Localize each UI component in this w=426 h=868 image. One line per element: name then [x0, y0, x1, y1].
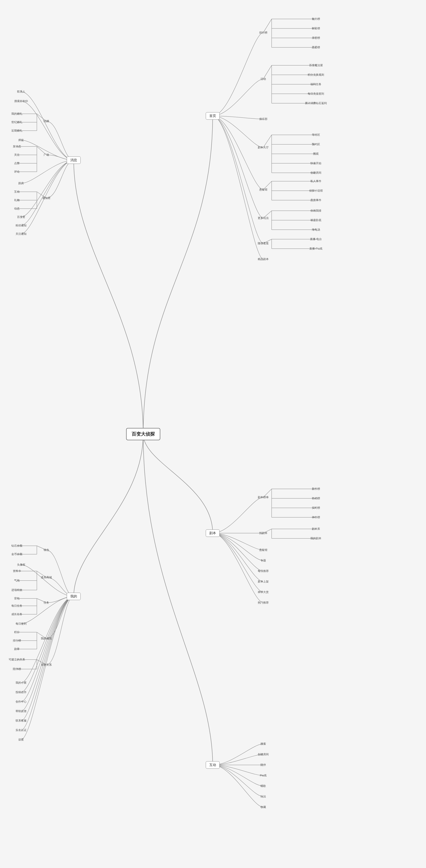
- node-submit-coop: 投稿合作: [15, 690, 27, 694]
- node-club: 俱乐部: [259, 117, 267, 121]
- node-welfare-task: 福利任务: [310, 83, 321, 86]
- node-premium-script: 精品剧本: [258, 257, 269, 261]
- node-follow: 关注: [14, 153, 20, 157]
- node-script-library: 剧本库: [312, 527, 320, 531]
- node-top-review: 神评大赏: [258, 590, 269, 594]
- node-my-achievement: 我的成就: [41, 637, 52, 641]
- main-node-interact: 互动: [206, 762, 220, 769]
- node-realtime-rank: 实时榜: [312, 506, 320, 510]
- node-intimate-rel: 亲密关系: [41, 663, 52, 667]
- node-pia-game: Pia戏: [260, 774, 267, 777]
- node-my-script: 我的剧本: [310, 536, 321, 540]
- node-master-disciple: 师徒: [18, 138, 24, 142]
- node-masterpiece-rank: 神作榜: [312, 516, 320, 519]
- main-node-homepage: 首页: [206, 112, 220, 120]
- main-label-mine: 我的: [70, 594, 77, 598]
- node-medal: 勋章: [14, 647, 20, 651]
- node-watch: 围观: [313, 152, 319, 156]
- node-ranking-mine: 排行榜: [13, 639, 21, 643]
- node-hot-rank: 热销榜: [312, 496, 320, 500]
- center-node: 百变大侦探: [126, 428, 160, 440]
- node-magic-house: 百变魔法屋: [309, 63, 323, 67]
- node-diamond-return: 累计消费钻石返利: [305, 101, 327, 105]
- node-buildable-rel: 可建立的关系: [9, 658, 25, 661]
- node-search-interact: 搜索: [261, 742, 266, 746]
- node-like: 点赞: [14, 161, 20, 165]
- node-gift: 礼物: [14, 198, 20, 202]
- node-turtle-soup: 海龟汤: [312, 228, 320, 231]
- node-gold-balance: 金币余额: [11, 552, 22, 556]
- node-detective-novels: 侦探小说馆: [309, 189, 323, 193]
- node-love: 恩爱榜: [312, 45, 320, 49]
- node-real-name: 实名认证: [15, 728, 27, 732]
- main-node-message: 消息: [67, 157, 80, 164]
- node-hot-recommend: 热门推荐: [258, 601, 269, 604]
- node-dynamic: 动态: [14, 207, 20, 211]
- node-follow-notify: 关注通知: [15, 232, 27, 236]
- node-interaction: 互动: [14, 190, 20, 194]
- node-my-room: 我的小窝: [15, 681, 27, 685]
- node-daily-recommend: 每日推荐: [258, 569, 269, 573]
- node-avatar-frame: 头像框: [17, 563, 25, 567]
- node-collect: 收藏: [261, 805, 266, 809]
- node-ranking: 排行榜: [259, 31, 267, 35]
- node-marriage: 结婚: [43, 119, 49, 123]
- node-create-room-interact: 创建房间: [258, 752, 269, 756]
- node-new-rank: 新作榜: [312, 487, 320, 491]
- node-bounty-case: 悬赏事件: [310, 198, 321, 202]
- main-label-interact: 互动: [209, 763, 216, 767]
- node-activity: 活动: [261, 77, 266, 81]
- node-create-center: 创作中心: [15, 700, 27, 704]
- node-script-ranking: 剧本榜单: [258, 495, 269, 499]
- node-companion-rank: 陪伴榜: [13, 667, 21, 671]
- node-mystery-script: 悬疑馆: [259, 548, 267, 552]
- center-label: 百变大侦探: [132, 431, 155, 437]
- node-charm: 魅力榜: [312, 17, 320, 21]
- node-diamond-balance: 钻石余额: [11, 544, 22, 548]
- main-label-message: 消息: [70, 158, 77, 162]
- node-more-games: 更多玩法: [258, 216, 269, 220]
- node-quick-start: 快速开始: [310, 161, 321, 165]
- main-node-script: 剧本: [206, 530, 220, 537]
- node-wallet: 钱包: [43, 548, 49, 552]
- node-contact-service: 联系客服: [15, 719, 27, 722]
- node-script-hall: 剧本大厅: [258, 146, 269, 149]
- node-bubble: 气泡: [14, 579, 20, 583]
- node-century-wedding: 世纪婚礼: [11, 120, 22, 124]
- node-new-release: 新本上架: [258, 580, 269, 584]
- node-post-dynamic: 发动态: [13, 145, 21, 148]
- node-task: 任务: [43, 601, 49, 604]
- node-contacts: 联系人: [17, 90, 25, 94]
- node-waiting-area: 等待区: [312, 133, 320, 137]
- node-wealth: 财富榜: [312, 27, 320, 30]
- main-node-mine: 我的: [67, 593, 80, 600]
- node-find-script: 找剧本: [259, 531, 267, 535]
- node-fan-notify: 粉丝通知: [15, 224, 27, 227]
- mindmap-lines: .line { fill: none; stroke: #888; stroke…: [0, 0, 426, 868]
- node-play: 玩法: [261, 795, 266, 799]
- node-daily-checkin: 每日签到: [15, 622, 27, 626]
- node-mystery-hall: 悬疑馆: [259, 188, 267, 191]
- node-growth-task: 成长任务: [11, 612, 22, 616]
- node-sing: 唱歌: [261, 784, 266, 788]
- node-prop-shop: 道具商城: [41, 576, 52, 579]
- node-reserve-area: 预约区: [312, 143, 320, 146]
- node-points: 积分: [14, 630, 20, 634]
- node-browse: 随便逛逛: [258, 242, 269, 245]
- node-daily-task: 每日任务: [11, 604, 22, 608]
- node-special-topic: 专题: [261, 559, 266, 562]
- node-enter-effect: 进场特效: [11, 588, 22, 592]
- node-bianbian: 百变君: [17, 215, 25, 219]
- node-backpack: 背包: [14, 596, 20, 600]
- node-draw-guess: 你画我猜: [310, 209, 321, 213]
- node-help-feedback: 帮助反馈: [15, 709, 27, 713]
- node-comment: 评论: [14, 170, 20, 174]
- main-label-homepage: 首页: [209, 114, 216, 118]
- node-follow-room: 跟房: [18, 181, 24, 185]
- node-live-radio: 直播-电台: [310, 237, 322, 241]
- node-my-wedding: 我的婚礼: [11, 112, 22, 116]
- node-daily-sign: 每日充值签到: [308, 92, 324, 96]
- main-label-script: 剧本: [209, 531, 216, 535]
- node-square: 广场: [43, 153, 49, 157]
- node-private-case: 私人事件: [310, 179, 321, 183]
